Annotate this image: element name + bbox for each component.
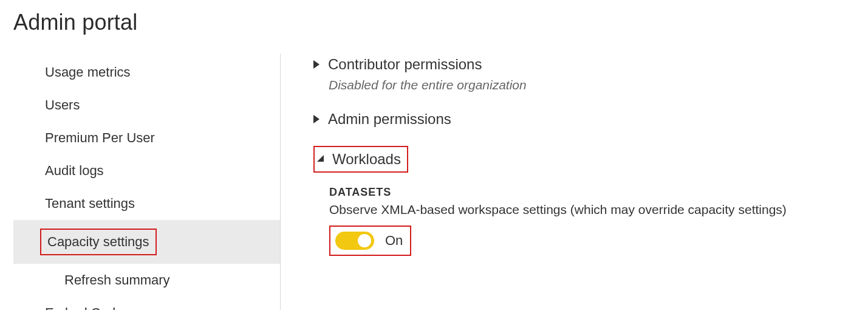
sidebar-item-tenant-settings[interactable]: Tenant settings bbox=[13, 187, 280, 220]
page-title: Admin portal bbox=[13, 10, 868, 35]
section-header-admin-permissions[interactable]: Admin permissions bbox=[313, 111, 868, 128]
sidebar-item-users[interactable]: Users bbox=[13, 89, 280, 122]
main-content: Contributor permissions Disabled for the… bbox=[281, 53, 868, 310]
section-workloads: Workloads DATASETS Observe XMLA-based wo… bbox=[313, 146, 868, 256]
section-title: Workloads bbox=[332, 151, 401, 168]
caret-right-icon bbox=[313, 115, 320, 123]
sidebar-item-capacity-settings[interactable]: Capacity settings bbox=[13, 220, 280, 264]
annotation-highlight: On bbox=[329, 226, 411, 256]
section-header-contributor-permissions[interactable]: Contributor permissions bbox=[313, 56, 868, 73]
datasets-description: Observe XMLA-based workspace settings (w… bbox=[329, 202, 868, 217]
caret-down-icon bbox=[317, 155, 324, 162]
section-subtitle: Disabled for the entire organization bbox=[329, 78, 868, 92]
annotation-highlight: Workloads bbox=[313, 146, 408, 173]
datasets-heading: DATASETS bbox=[329, 186, 868, 199]
sidebar-item-refresh-summary[interactable]: Refresh summary bbox=[13, 264, 280, 297]
sidebar-item-audit-logs[interactable]: Audit logs bbox=[13, 154, 280, 187]
toggle-track bbox=[335, 232, 374, 250]
sidebar: Usage metrics Users Premium Per User Aud… bbox=[13, 53, 281, 310]
toggle-state-label: On bbox=[385, 233, 403, 249]
toggle-thumb bbox=[358, 234, 371, 247]
section-title: Admin permissions bbox=[328, 111, 451, 128]
sidebar-item-premium-per-user[interactable]: Premium Per User bbox=[13, 122, 280, 154]
section-admin-permissions: Admin permissions bbox=[313, 111, 868, 128]
section-contributor-permissions: Contributor permissions Disabled for the… bbox=[313, 56, 868, 92]
sidebar-item-embed-codes[interactable]: Embed Codes bbox=[13, 297, 280, 310]
section-title: Contributor permissions bbox=[328, 56, 482, 73]
caret-right-icon bbox=[313, 60, 320, 69]
xmla-toggle[interactable]: On bbox=[335, 232, 403, 250]
workloads-body: DATASETS Observe XMLA-based workspace se… bbox=[329, 186, 868, 256]
section-header-workloads[interactable]: Workloads bbox=[313, 146, 868, 173]
sidebar-item-usage-metrics[interactable]: Usage metrics bbox=[13, 56, 280, 89]
annotation-highlight: Capacity settings bbox=[40, 229, 157, 255]
